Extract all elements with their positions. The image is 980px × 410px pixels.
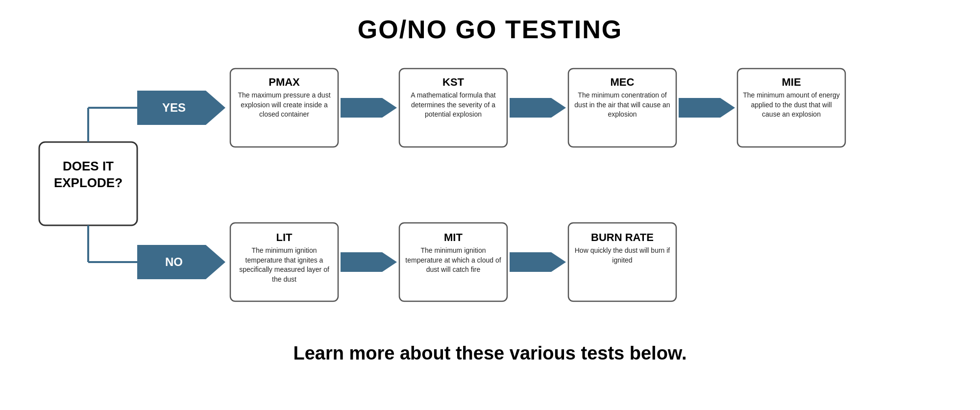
kst-desc: A mathematical formula that determines t… (403, 91, 503, 120)
mie-desc: The minimum amount of energy applied to … (741, 91, 841, 120)
start-box-label: DOES IT (63, 159, 114, 173)
lit-desc: The minimum ignition temperature that ig… (234, 246, 334, 284)
kst-title: KST (442, 76, 465, 88)
lit-title: LIT (276, 231, 293, 243)
mec-title: MEC (611, 76, 635, 88)
burnrate-title: BURN RATE (591, 231, 654, 243)
mec-desc: The minimum conentration of dust in the … (572, 91, 672, 120)
burnrate-desc: How quickly the dust will burn if ignite… (572, 246, 672, 265)
mie-title: MIE (782, 76, 801, 88)
mit-title: MIT (444, 231, 463, 243)
yes-label: YES (162, 101, 186, 114)
flow-diagram: DOES IT EXPLODE? YES NO PMAX The maximum… (24, 59, 956, 328)
diagram-area: DOES IT EXPLODE? YES NO PMAX The maximum… (24, 59, 956, 328)
mit-desc: The minimum ignition temperature at whic… (403, 246, 503, 275)
arrow-mec-mie (679, 98, 735, 118)
arrow-pmax-kst (341, 98, 397, 118)
arrow-kst-mec (510, 98, 566, 118)
footer-text: Learn more about these various tests bel… (293, 343, 686, 364)
pmax-desc: The maximum pressure a dust explosion wi… (234, 91, 334, 120)
no-label: NO (165, 255, 183, 268)
page-title: GO/NO GO TESTING (358, 15, 622, 44)
pmax-title: PMAX (269, 76, 300, 88)
start-box-label2: EXPLODE? (54, 175, 122, 190)
arrow-mit-burnrate (510, 252, 566, 272)
arrow-lit-mit (341, 252, 397, 272)
